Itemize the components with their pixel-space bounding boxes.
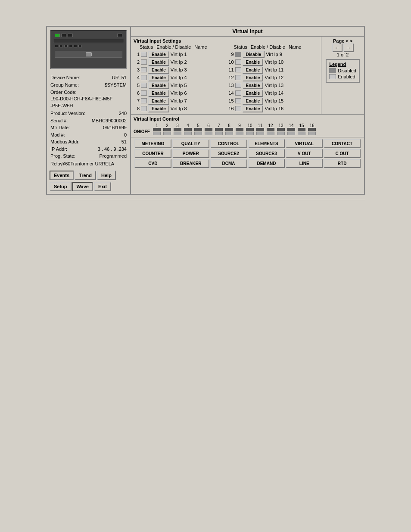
vi-enable-disable-button[interactable]: Enable [243, 97, 264, 105]
order-code-label: Order Code: [50, 90, 77, 95]
vi-enable-disable-button[interactable]: Enable [243, 59, 264, 66]
bottom-tab-button[interactable]: SOURCE2 [210, 149, 247, 158]
events-button[interactable]: Events [50, 171, 74, 180]
vc-toggle-pair[interactable] [265, 128, 276, 135]
vc-toggle-pair[interactable] [296, 128, 307, 135]
vc-channel-num: 12 [265, 123, 276, 128]
device-control-area [55, 51, 122, 58]
bottom-tab-button[interactable]: DEMAND [248, 159, 285, 168]
vi-input-row: 10EnableVirt Ip 10 [228, 58, 319, 66]
vc-switch-off [256, 132, 264, 135]
vi-status-box [141, 59, 147, 65]
device-info: Device Name: UR_51 Group Name: $SYSTEM O… [47, 72, 130, 169]
bottom-tab-button[interactable]: RTD [324, 159, 361, 168]
vc-toggle-pair[interactable] [255, 128, 265, 135]
vc-toggle-pair[interactable] [172, 128, 183, 135]
version-value: 240 [119, 110, 127, 117]
trend-button[interactable]: Trend [75, 171, 96, 180]
bottom-tab-button[interactable]: V OUT [286, 149, 323, 158]
bottom-tab-button[interactable]: POWER [172, 149, 209, 158]
vc-toggle-pair[interactable] [183, 128, 193, 135]
vi-status-box [235, 90, 241, 96]
vc-switch-on [153, 128, 161, 131]
vi-enable-disable-button[interactable]: Enable [148, 74, 169, 81]
bottom-tab-row: COUNTERPOWERSOURCE2SOURCE3V OUTC OUT [133, 148, 362, 158]
bottom-tab-button[interactable]: DCMA [210, 159, 247, 168]
vc-channel-num: 5 [193, 123, 203, 128]
vi-left-column: Status Enable / Disable Name 1EnableVirt… [134, 44, 224, 112]
right-inputs-list: 9DisableVirt Ip 910EnableVirt Ip 1011Ena… [228, 50, 319, 112]
bottom-tab-button[interactable]: C OUT [324, 149, 361, 158]
vc-switch-off [205, 132, 212, 135]
bottom-tab-button[interactable]: CONTACT [324, 139, 361, 148]
next-page-button[interactable]: → [343, 44, 354, 52]
vc-toggle-pair[interactable] [307, 128, 317, 135]
vi-input-num: 15 [228, 98, 234, 103]
vc-channel-num: 6 [203, 123, 214, 128]
bottom-tab-button[interactable]: ELEMENTS [248, 139, 285, 148]
prev-page-button[interactable]: ← [332, 44, 342, 52]
vi-enable-disable-button[interactable]: Enable [148, 82, 169, 89]
vi-status-box [235, 67, 241, 72]
vi-enable-disable-button[interactable]: Enable [148, 105, 169, 112]
order-code-value1: L90-D00-HCH-F8A-H6E-M5F [50, 96, 112, 101]
exit-button[interactable]: Exit [94, 182, 111, 191]
vi-enable-disable-button[interactable]: Enable [243, 74, 264, 81]
bottom-tab-button[interactable]: LINE [286, 159, 323, 168]
vi-input-row: 3EnableVirt Ip 3 [134, 66, 224, 74]
modbus-label: Modbus Addr: [50, 138, 80, 146]
bottom-tab-button[interactable]: CVD [134, 159, 171, 168]
vi-enable-disable-button[interactable]: Disable [243, 51, 265, 58]
vc-toggle-pair[interactable] [214, 128, 224, 135]
vc-channel-num: 14 [286, 123, 296, 128]
vc-toggle-pair[interactable] [203, 128, 214, 135]
vc-toggle-pair[interactable] [234, 128, 245, 135]
bottom-tab-button[interactable]: COUNTER [134, 149, 171, 158]
vc-toggle-pair[interactable] [224, 128, 234, 135]
vi-input-num: 5 [134, 83, 140, 88]
vi-enable-disable-button[interactable]: Enable [243, 90, 264, 97]
vi-input-row: 9DisableVirt Ip 9 [228, 50, 319, 58]
group-name-label: Group Name: [50, 81, 79, 89]
bottom-tab-button[interactable]: CONTROL [210, 139, 247, 148]
vi-enable-disable-button[interactable]: Enable [148, 51, 169, 58]
vc-switch-on [174, 128, 181, 131]
vc-toggle-pair[interactable] [276, 128, 286, 135]
mod-label: Mod #: [50, 131, 65, 139]
vi-enable-disable-button[interactable]: Enable [243, 82, 264, 89]
vc-toggle-pair[interactable] [162, 128, 172, 135]
vi-input-num: 8 [134, 106, 140, 111]
vc-toggle-pair[interactable] [152, 128, 162, 135]
device-knob [86, 52, 92, 56]
vi-enable-disable-button[interactable]: Enable [148, 59, 169, 66]
bottom-tab-button[interactable]: BREAKER [172, 159, 209, 168]
wave-button[interactable]: Wave [72, 182, 93, 191]
legend-enabled-box [329, 74, 336, 79]
vc-toggle-pair[interactable] [286, 128, 296, 135]
vi-enable-disable-button[interactable]: Enable [243, 66, 264, 74]
vi-status-box [141, 98, 147, 103]
vc-toggle-pair[interactable] [245, 128, 255, 135]
help-button[interactable]: Help [97, 171, 116, 180]
setup-button[interactable]: Setup [50, 182, 72, 191]
vi-input-name: Virt Ip 15 [265, 98, 283, 103]
vi-enable-disable-button[interactable]: Enable [243, 105, 264, 112]
bottom-tab-button[interactable]: METERING [134, 139, 171, 148]
bottom-tab-button[interactable]: QUALITY [172, 139, 209, 148]
vc-channel-num: 15 [296, 123, 307, 128]
vc-toggle-pair[interactable] [193, 128, 203, 135]
bottom-tab-button[interactable]: VIRTUAL [286, 139, 323, 148]
vi-input-name: Virt Ip 3 [171, 67, 187, 72]
vc-numbers-row: 12345678910111213141516 [152, 123, 361, 128]
vi-enable-disable-button[interactable]: Enable [148, 97, 169, 105]
col2-header-status: Status [234, 44, 247, 50]
vi-input-num: 12 [228, 75, 234, 80]
panel-title: Virtual Input [131, 27, 364, 37]
vi-enable-disable-button[interactable]: Enable [148, 90, 169, 97]
vi-right-column: Status Enable / Disable Name 9DisableVir… [228, 44, 319, 112]
vi-input-row: 16EnableVirt Ip 16 [228, 105, 319, 112]
bottom-tab-button[interactable]: SOURCE3 [248, 149, 285, 158]
vc-switch-on [298, 128, 305, 131]
vi-enable-disable-button[interactable]: Enable [148, 66, 169, 74]
vc-channel-num: 16 [307, 123, 317, 128]
